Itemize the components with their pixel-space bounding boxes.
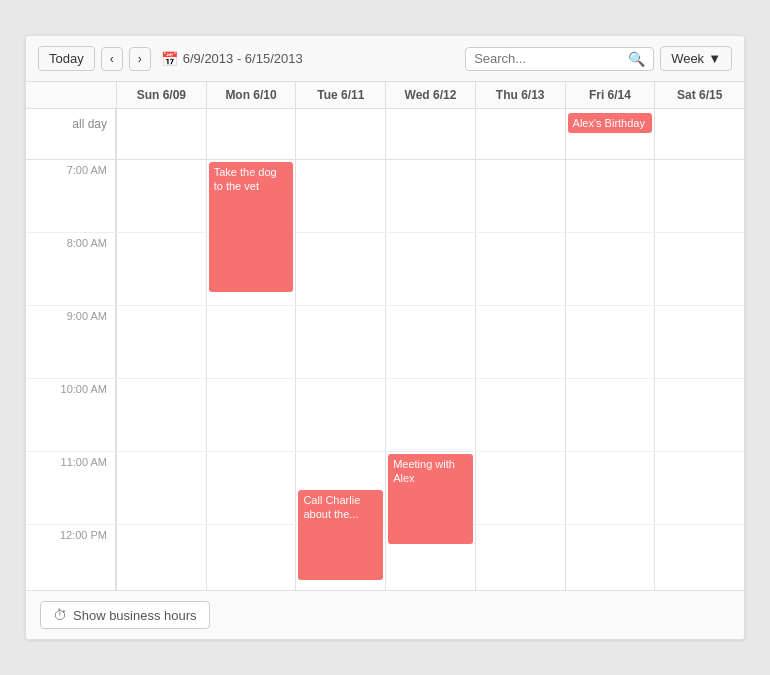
cell-7am-sun[interactable] [116,160,206,232]
toolbar: Today ‹ › 📅 6/9/2013 - 6/15/2013 🔍 Week … [26,36,744,82]
time-row-10am: 10:00 AM [26,379,744,452]
cell-11am-tue[interactable]: Call Charlie about the... [295,452,385,524]
time-row-9am: 9:00 AM [26,306,744,379]
header-row: Sun 6/09 Mon 6/10 Tue 6/11 Wed 6/12 Thu … [26,82,744,109]
cell-12pm-wed[interactable] [385,525,475,590]
cell-11am-mon[interactable] [206,452,296,524]
time-label-11am: 11:00 AM [26,452,116,524]
cell-8am-wed[interactable] [385,233,475,305]
cell-7am-tue[interactable] [295,160,385,232]
cell-10am-wed[interactable] [385,379,475,451]
calendar-icon: 📅 [161,51,178,67]
cell-9am-fri[interactable] [565,306,655,378]
cell-8am-fri[interactable] [565,233,655,305]
time-label-7am: 7:00 AM [26,160,116,232]
calendar-grid: Sun 6/09 Mon 6/10 Tue 6/11 Wed 6/12 Thu … [26,82,744,590]
allday-sun[interactable] [116,109,206,159]
cell-11am-thu[interactable] [475,452,565,524]
allday-label: all day [26,109,116,159]
cell-8am-thu[interactable] [475,233,565,305]
header-thu: Thu 6/13 [475,82,565,108]
time-label-9am: 9:00 AM [26,306,116,378]
time-row-7am: 7:00 AM Take the dog to the vet [26,160,744,233]
clock-icon: ⏱ [53,607,67,623]
date-range: 📅 6/9/2013 - 6/15/2013 [161,51,303,67]
date-range-text: 6/9/2013 - 6/15/2013 [183,51,303,66]
cell-12pm-thu[interactable] [475,525,565,590]
time-label-10am: 10:00 AM [26,379,116,451]
cell-9am-wed[interactable] [385,306,475,378]
cell-9am-sat[interactable] [654,306,744,378]
cell-7am-thu[interactable] [475,160,565,232]
time-rows: 7:00 AM Take the dog to the vet 8:00 AM [26,160,744,590]
time-label-12pm: 12:00 PM [26,525,116,590]
search-input[interactable] [474,51,624,66]
cell-12pm-sun[interactable] [116,525,206,590]
time-label-8am: 8:00 AM [26,233,116,305]
cell-9am-mon[interactable] [206,306,296,378]
cell-8am-tue[interactable] [295,233,385,305]
allday-sat[interactable] [654,109,744,159]
cell-11am-sun[interactable] [116,452,206,524]
event-alexs-birthday[interactable]: Alex's Birthday [568,113,653,133]
allday-thu[interactable] [475,109,565,159]
allday-fri[interactable]: Alex's Birthday [565,109,655,159]
header-sun: Sun 6/09 [116,82,206,108]
header-sat: Sat 6/15 [654,82,744,108]
cell-12pm-fri[interactable] [565,525,655,590]
cell-11am-sat[interactable] [654,452,744,524]
prev-button[interactable]: ‹ [101,47,123,71]
week-label: Week [671,51,704,66]
cell-8am-mon[interactable] [206,233,296,305]
allday-mon[interactable] [206,109,296,159]
cell-10am-fri[interactable] [565,379,655,451]
footer: ⏱ Show business hours [26,590,744,639]
search-box[interactable]: 🔍 [465,47,654,71]
cell-10am-thu[interactable] [475,379,565,451]
allday-row: all day Alex's Birthday [26,109,744,160]
next-button[interactable]: › [129,47,151,71]
cell-7am-mon[interactable]: Take the dog to the vet [206,160,296,232]
cell-10am-sat[interactable] [654,379,744,451]
cell-10am-tue[interactable] [295,379,385,451]
header-time-col [26,82,116,108]
cell-12pm-sat[interactable] [654,525,744,590]
header-fri: Fri 6/14 [565,82,655,108]
cell-8am-sat[interactable] [654,233,744,305]
cell-12pm-tue[interactable] [295,525,385,590]
cell-9am-thu[interactable] [475,306,565,378]
header-mon: Mon 6/10 [206,82,296,108]
cell-9am-sun[interactable] [116,306,206,378]
week-dropdown-icon: ▼ [708,51,721,66]
cell-7am-sat[interactable] [654,160,744,232]
show-business-hours-button[interactable]: ⏱ Show business hours [40,601,210,629]
time-row-11am: 11:00 AM Call Charlie about the... Meeti… [26,452,744,525]
allday-wed[interactable] [385,109,475,159]
time-row-8am: 8:00 AM [26,233,744,306]
cell-11am-wed[interactable]: Meeting with Alex [385,452,475,524]
cell-9am-tue[interactable] [295,306,385,378]
week-button[interactable]: Week ▼ [660,46,732,71]
allday-tue[interactable] [295,109,385,159]
cell-7am-fri[interactable] [565,160,655,232]
cell-10am-sun[interactable] [116,379,206,451]
cell-11am-fri[interactable] [565,452,655,524]
cell-8am-sun[interactable] [116,233,206,305]
today-button[interactable]: Today [38,46,95,71]
header-wed: Wed 6/12 [385,82,475,108]
time-row-12pm: 12:00 PM [26,525,744,590]
calendar-container: Today ‹ › 📅 6/9/2013 - 6/15/2013 🔍 Week … [25,35,745,640]
show-business-hours-label: Show business hours [73,608,197,623]
cell-7am-wed[interactable] [385,160,475,232]
header-tue: Tue 6/11 [295,82,385,108]
cell-10am-mon[interactable] [206,379,296,451]
cell-12pm-mon[interactable] [206,525,296,590]
search-icon: 🔍 [628,51,645,67]
